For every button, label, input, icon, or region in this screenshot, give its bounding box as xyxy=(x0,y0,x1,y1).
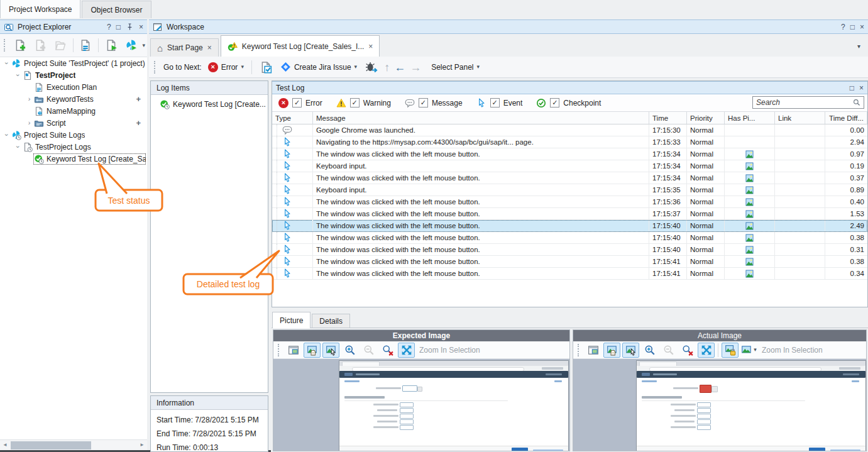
scrollbar-thumb[interactable] xyxy=(11,441,91,449)
tree-item-script[interactable]: ›Script+ xyxy=(0,117,147,129)
tab-list-icon[interactable]: ▾ xyxy=(857,43,868,50)
go-to-next-error-button[interactable]: × Error ▾ xyxy=(206,61,246,74)
search-icon[interactable] xyxy=(853,99,864,107)
selection-mode-button[interactable] xyxy=(622,343,639,358)
image-options-button[interactable]: ▾ xyxy=(740,343,757,358)
tab-picture[interactable]: Picture xyxy=(272,312,310,328)
bug-report-button[interactable] xyxy=(363,60,380,75)
workspace-help-button[interactable]: ? xyxy=(841,23,845,31)
log-row[interactable]: The window was clicked with the left mou… xyxy=(272,172,867,184)
error-checkbox[interactable]: ✓ xyxy=(292,98,302,107)
tree-item-namemapping[interactable]: NameMapping xyxy=(0,105,147,117)
log-row[interactable]: The window was clicked with the left mou… xyxy=(272,208,867,220)
zoom-remove-button[interactable] xyxy=(379,343,396,358)
tree-item-project-suite-testproject-1-project[interactable]: ›Project Suite 'TestProject' (1 project) xyxy=(0,57,147,69)
column-header-time-diff[interactable]: Time Diff... xyxy=(825,112,867,124)
show-image-in-window-button[interactable] xyxy=(585,343,602,358)
back-button[interactable]: ← xyxy=(394,62,405,73)
log-row[interactable]: Keyboard input.17:15:34Normal0.19 xyxy=(272,160,867,172)
pan-mode-button[interactable] xyxy=(304,343,321,358)
tree-expander-icon[interactable]: › xyxy=(3,59,10,67)
tree-expander-icon[interactable]: › xyxy=(3,131,10,139)
selection-mode-button[interactable] xyxy=(322,343,339,358)
project-explorer-help-button[interactable]: ? xyxy=(107,23,111,31)
close-icon[interactable]: × xyxy=(207,43,212,52)
column-header-message[interactable]: Message xyxy=(313,112,649,124)
tree-item-execution-plan[interactable]: Execution Plan xyxy=(0,81,147,93)
project-explorer-pin-icon[interactable] xyxy=(126,23,134,31)
log-row[interactable]: The window was clicked with the left mou… xyxy=(272,244,867,256)
zoom-remove-button[interactable] xyxy=(679,343,696,358)
picture-icon xyxy=(745,270,754,278)
column-header-link[interactable]: Link xyxy=(775,112,825,124)
tab-start-page[interactable]: ⌂Start Page× xyxy=(150,38,219,57)
test-log-close-button[interactable]: × xyxy=(859,84,864,92)
horizontal-scrollbar[interactable]: ◄ ► xyxy=(0,439,147,451)
show-image-in-window-button[interactable] xyxy=(285,343,302,358)
add-child-button[interactable]: + xyxy=(136,118,141,128)
event-checkbox[interactable]: ✓ xyxy=(490,98,500,107)
message-checkbox[interactable]: ✓ xyxy=(419,98,428,107)
chevron-down-icon[interactable]: ▾ xyxy=(354,64,358,70)
column-header-has-pi[interactable]: Has Pi... xyxy=(725,112,775,124)
tree-expander-icon[interactable]: › xyxy=(14,143,21,151)
checkpoint-checkbox[interactable]: ✓ xyxy=(550,98,559,107)
organize-tests-button[interactable] xyxy=(77,36,95,55)
scroll-left-icon[interactable]: ◄ xyxy=(3,443,8,448)
log-row[interactable]: Google Chrome was launched.17:15:30Norma… xyxy=(272,124,867,136)
run-project-button[interactable] xyxy=(102,36,120,55)
workspace-close-button[interactable]: × xyxy=(860,23,864,31)
top-tab-project-workspace[interactable]: Project Workspace xyxy=(0,0,80,18)
workspace-maximize-button[interactable]: □ xyxy=(850,23,855,31)
tree-item-project-suite-logs[interactable]: ›Project Suite Logs xyxy=(0,129,147,141)
tree-item-keywordtests[interactable]: ›KeywordTests+ xyxy=(0,93,147,105)
project-explorer-close-button[interactable]: × xyxy=(139,23,143,31)
fit-to-window-button[interactable] xyxy=(398,343,415,358)
log-row[interactable]: The window was clicked with the left mou… xyxy=(272,232,867,244)
add-new-item-button[interactable] xyxy=(11,36,29,55)
log-row[interactable]: The window was clicked with the left mou… xyxy=(272,220,867,232)
column-header-type[interactable]: Type xyxy=(272,112,313,124)
chevron-down-icon[interactable]: ▾ xyxy=(477,64,480,70)
chevron-down-icon[interactable]: ▾ xyxy=(241,64,244,70)
log-row[interactable]: The window was clicked with the left mou… xyxy=(272,196,867,208)
chevron-down-icon[interactable]: ▾ xyxy=(754,347,757,353)
report-button[interactable] xyxy=(258,60,274,75)
lock-images-button[interactable] xyxy=(722,343,739,358)
tree-item-testproject[interactable]: ›TestProject xyxy=(0,69,147,81)
scroll-right-icon[interactable]: ► xyxy=(140,443,145,448)
tree-expander-icon[interactable]: › xyxy=(25,119,33,126)
zoom-in-button[interactable] xyxy=(641,343,658,358)
log-row[interactable]: The window was clicked with the left mou… xyxy=(272,268,867,280)
warning-checkbox[interactable]: ✓ xyxy=(350,98,360,107)
tree-item-keyword-test-log-create-sales[interactable]: Keyword Test Log [Create_Sales xyxy=(0,153,147,165)
create-jira-issue-button[interactable]: Create Jira Issue ▾ xyxy=(278,60,359,74)
log-item[interactable]: Keyword Test Log [Create... xyxy=(152,98,266,111)
run-project-suite-button[interactable] xyxy=(122,36,140,55)
log-row[interactable]: The window was clicked with the left mou… xyxy=(272,148,867,160)
project-explorer-maximize-button[interactable]: □ xyxy=(116,23,121,31)
column-header-priority[interactable]: Priority xyxy=(687,112,725,124)
filter-checkpoint: ✓Checkpoint xyxy=(536,98,601,108)
tree-item-testproject-logs[interactable]: ›TestProject Logs xyxy=(0,141,147,153)
zoom-in-button[interactable] xyxy=(341,343,358,358)
tab-details[interactable]: Details xyxy=(312,314,350,328)
search-input[interactable] xyxy=(753,97,853,107)
pan-mode-button[interactable] xyxy=(603,343,620,358)
tree-expander-icon[interactable]: › xyxy=(25,96,33,102)
select-panel-button[interactable]: Select Panel ▾ xyxy=(429,62,481,73)
test-log-maximize-button[interactable]: □ xyxy=(850,84,854,92)
top-tab-object-browser[interactable]: Object Browser xyxy=(82,1,151,18)
log-row[interactable]: Navigating to the https://mysap.com:4430… xyxy=(272,136,867,148)
log-row[interactable]: The window was clicked with the left mou… xyxy=(272,256,867,268)
log-row[interactable]: Keyboard input.17:15:35Normal0.89 xyxy=(272,184,867,196)
add-child-button[interactable]: + xyxy=(136,94,141,104)
tab-keyword-test-log[interactable]: Keyword Test Log [Create_Sales_I...× xyxy=(221,35,380,57)
chevron-down-icon[interactable]: ▾ xyxy=(142,43,145,48)
column-header-time[interactable]: Time xyxy=(649,112,687,124)
fit-to-window-button[interactable] xyxy=(698,343,715,358)
expected-image-toolbar: Zoom In Selection xyxy=(273,341,569,359)
search-box[interactable] xyxy=(752,96,864,109)
close-icon[interactable]: × xyxy=(368,42,373,51)
tree-expander-icon[interactable]: › xyxy=(14,71,21,79)
